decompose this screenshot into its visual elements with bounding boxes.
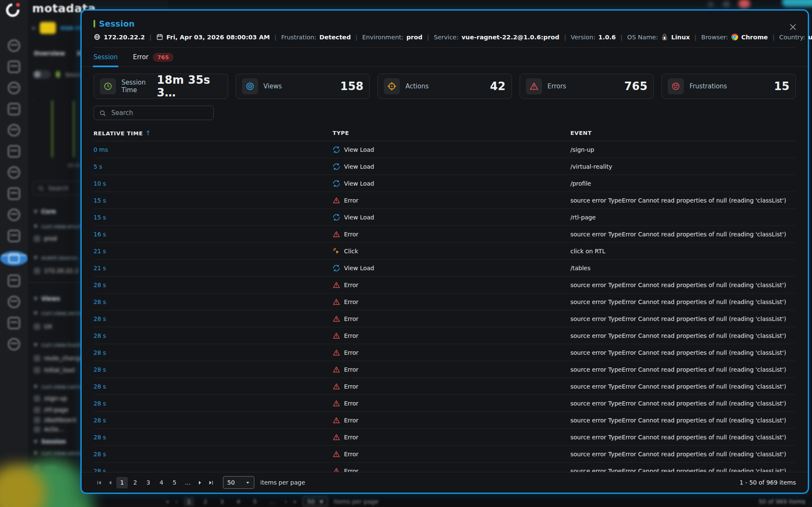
tree-item-check[interactable]: 172.20.22.2 bbox=[34, 267, 79, 274]
table-row[interactable]: 28 sErrorsource error TypeError Cannot r… bbox=[94, 361, 796, 378]
sidebar-item-active[interactable] bbox=[0, 251, 28, 266]
event-time-link[interactable]: 21 s bbox=[94, 248, 333, 255]
tree-item-section[interactable]: ▼Core bbox=[34, 208, 56, 215]
table-row[interactable]: 28 sErrorsource error TypeError Cannot r… bbox=[94, 429, 796, 446]
table-row[interactable]: 28 sErrorsource error TypeError Cannot r… bbox=[94, 395, 796, 412]
table-row[interactable]: 16 sErrorsource error TypeError Cannot r… bbox=[94, 226, 796, 243]
chevron-down-icon[interactable]: ▼ bbox=[34, 296, 37, 301]
bg-page-button[interactable]: 1 bbox=[184, 497, 194, 506]
checkbox[interactable] bbox=[34, 417, 40, 423]
table-row[interactable]: 28 sErrorsource error TypeError Cannot r… bbox=[94, 446, 796, 463]
event-time-link[interactable]: 28 s bbox=[94, 315, 333, 322]
next-page-icon[interactable] bbox=[194, 477, 205, 488]
table-row[interactable]: 0 msView Load/sign-up bbox=[94, 141, 796, 158]
chevron-down-icon[interactable]: ▼ bbox=[34, 255, 37, 260]
first-page-icon[interactable] bbox=[94, 477, 105, 488]
event-time-link[interactable]: 28 s bbox=[94, 400, 333, 407]
event-time-link[interactable]: 28 s bbox=[94, 417, 333, 424]
sidebar-module-icon[interactable] bbox=[8, 124, 20, 136]
sidebar-module-icon[interactable] bbox=[8, 275, 20, 287]
event-time-link[interactable]: 5 s bbox=[94, 163, 333, 170]
event-time-link[interactable]: 15 s bbox=[94, 197, 333, 204]
sidebar-module-icon[interactable] bbox=[8, 338, 20, 350]
event-time-link[interactable]: 28 s bbox=[94, 282, 333, 288]
table-row[interactable]: 28 sErrorsource error TypeError Cannot r… bbox=[94, 293, 796, 310]
table-row[interactable]: 15 sView Load/rtl-page bbox=[94, 209, 796, 226]
table-row[interactable]: 28 sErrorsource error TypeError Cannot r… bbox=[94, 310, 796, 327]
search-input[interactable] bbox=[110, 109, 208, 117]
sidebar-module-icon[interactable] bbox=[8, 145, 20, 157]
tree-item-check[interactable]: /dashboard bbox=[34, 417, 76, 423]
panel-tab[interactable]: Overview bbox=[34, 50, 65, 57]
table-row[interactable]: 28 sErrorsource error TypeError Cannot r… bbox=[94, 327, 796, 344]
table-row[interactable]: 21 sClickclick on RTL bbox=[94, 243, 796, 260]
chevron-down-icon[interactable]: ▼ bbox=[34, 439, 37, 444]
tree-item-section[interactable]: ▼Views bbox=[34, 295, 60, 302]
sidebar-module-icon[interactable] bbox=[8, 296, 20, 308]
table-row[interactable]: 28 sErrorsource error TypeError Cannot r… bbox=[94, 344, 796, 361]
event-time-link[interactable]: 28 s bbox=[94, 468, 333, 472]
event-time-link[interactable]: 28 s bbox=[94, 299, 333, 305]
chevron-down-icon[interactable]: ▼ bbox=[34, 224, 37, 229]
bg-page-button[interactable]: 3 bbox=[217, 497, 227, 506]
checkbox[interactable] bbox=[34, 268, 40, 274]
event-time-link[interactable]: 28 s bbox=[94, 349, 333, 356]
bg-page-size-select[interactable]: 50▼ bbox=[303, 496, 328, 507]
page-button-…[interactable]: … bbox=[182, 477, 193, 488]
event-time-link[interactable]: 28 s bbox=[94, 383, 333, 390]
event-time-link[interactable]: 16 s bbox=[94, 231, 333, 238]
event-time-link[interactable]: 28 s bbox=[94, 332, 333, 339]
close-icon[interactable] bbox=[788, 22, 798, 32]
page-button-1[interactable]: 1 bbox=[116, 477, 128, 488]
sidebar-module-icon[interactable] bbox=[8, 82, 20, 94]
table-row[interactable]: 28 sErrorsource error TypeError Cannot r… bbox=[94, 463, 796, 472]
checkbox[interactable] bbox=[34, 367, 40, 373]
bg-page-button[interactable]: 5 bbox=[250, 497, 260, 506]
tree-item-section[interactable]: ▼Session bbox=[34, 438, 66, 445]
column-event[interactable]: EVENT bbox=[570, 130, 796, 136]
table-row[interactable]: 28 sErrorsource error TypeError Cannot r… bbox=[94, 277, 796, 293]
tab-error[interactable]: Error 765 bbox=[133, 48, 173, 66]
bg-page-button[interactable]: 4 bbox=[233, 497, 244, 506]
page-button-5[interactable]: 5 bbox=[169, 477, 180, 488]
sidebar-module-icon[interactable] bbox=[8, 317, 20, 329]
toggle-switch[interactable] bbox=[33, 70, 51, 79]
page-button-4[interactable]: 4 bbox=[156, 477, 167, 488]
sidebar-module-icon[interactable] bbox=[8, 209, 20, 221]
table-row[interactable]: 28 sErrorsource error TypeError Cannot r… bbox=[94, 412, 796, 429]
tree-item-check[interactable]: /rtl-page bbox=[34, 406, 69, 413]
checkbox[interactable] bbox=[34, 355, 40, 362]
checkbox[interactable] bbox=[34, 236, 40, 242]
tree-item-check[interactable]: initial_load bbox=[34, 367, 75, 373]
sidebar-module-icon[interactable] bbox=[8, 40, 20, 52]
sidebar-module-icon[interactable] bbox=[8, 230, 20, 242]
bg-nav-icon[interactable]: « bbox=[166, 498, 170, 505]
bg-page-button[interactable]: … bbox=[266, 497, 279, 506]
previous-page-icon[interactable] bbox=[105, 477, 116, 488]
bg-nav-icon[interactable]: » bbox=[293, 498, 297, 505]
table-row[interactable]: 5 sView Load/virtual-reality bbox=[94, 158, 796, 175]
sidebar-module-icon[interactable] bbox=[8, 61, 20, 73]
chevron-down-icon[interactable]: ▼ bbox=[34, 342, 37, 348]
tab-session[interactable]: Session bbox=[94, 48, 118, 66]
bg-nav-icon[interactable]: ‹ bbox=[176, 498, 178, 505]
page-size-select[interactable]: 50 bbox=[223, 476, 254, 489]
chevron-down-icon[interactable]: ▼ bbox=[34, 450, 37, 456]
tree-item-check[interactable]: prod bbox=[34, 235, 57, 242]
chevron-down-icon[interactable]: ▼ bbox=[34, 384, 37, 389]
page-button-2[interactable]: 2 bbox=[129, 477, 141, 488]
sort-ascending-icon[interactable]: ↑ bbox=[146, 129, 151, 137]
column-relative-time[interactable]: RELATIVE TIME↑ bbox=[94, 129, 333, 137]
collapse-panel-icon[interactable]: « bbox=[31, 24, 36, 32]
event-time-link[interactable]: 28 s bbox=[94, 451, 333, 458]
sidebar-module-icon[interactable] bbox=[8, 167, 20, 178]
table-row[interactable]: 10 sView Load/profile bbox=[94, 175, 796, 192]
checkbox[interactable] bbox=[34, 395, 40, 402]
tree-item-check[interactable]: UX bbox=[34, 323, 52, 330]
tree-item-check[interactable]: route_change bbox=[34, 355, 83, 362]
app-logo-icon[interactable] bbox=[6, 3, 19, 17]
tree-item-check[interactable]: Actio… bbox=[34, 426, 64, 433]
last-page-icon[interactable] bbox=[205, 477, 216, 488]
event-time-link[interactable]: 28 s bbox=[94, 366, 333, 373]
chevron-down-icon[interactable]: ▼ bbox=[34, 209, 37, 214]
